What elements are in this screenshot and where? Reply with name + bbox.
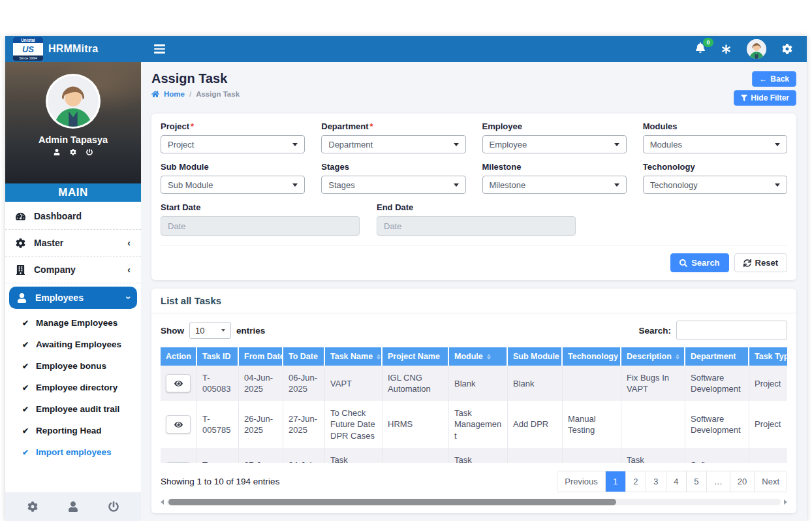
sidebar-item-dashboard[interactable]: Dashboard <box>5 203 141 230</box>
chevron-left-icon: ‹ <box>127 265 131 274</box>
pagination-page-3[interactable]: 3 <box>646 471 666 492</box>
filter-panel: Project* Project Department* Department … <box>151 114 796 280</box>
sidebar-item-master[interactable]: Master ‹ <box>5 230 141 257</box>
employee-select[interactable]: Employee <box>482 135 627 153</box>
col-action[interactable]: Action <box>161 347 197 366</box>
horizontal-scrollbar <box>161 499 787 505</box>
profile-avatar[interactable] <box>46 74 101 129</box>
technology-select[interactable]: Techonology <box>643 176 787 194</box>
sidebar-subitem-reporting-head[interactable]: ✔ Reporting Head <box>5 420 141 441</box>
pagination-page-20[interactable]: 20 <box>730 471 754 492</box>
logo-top-text: Unistal <box>13 37 43 43</box>
sub-module-select[interactable]: Sub Module <box>161 176 305 194</box>
sidebar-subitem-manage-employees[interactable]: ✔ Manage Employees <box>5 312 141 334</box>
asterisk-icon[interactable] <box>721 44 731 54</box>
pagination-page-2[interactable]: 2 <box>625 471 646 492</box>
breadcrumb-separator: / <box>189 90 191 98</box>
cell-department: Software Development <box>685 366 749 401</box>
col-task-type[interactable]: Task Type <box>749 347 787 366</box>
sidebar-subitem-import-employees[interactable]: ✔ Import employees <box>5 441 141 463</box>
hide-filter-button[interactable]: Hide Filter <box>734 90 796 106</box>
end-date-input[interactable] <box>377 216 576 236</box>
footer-power-icon[interactable] <box>108 501 119 512</box>
page-size-select[interactable]: 10 <box>189 322 231 339</box>
check-icon: ✔ <box>22 362 29 370</box>
back-button[interactable]: ← Back <box>752 71 796 87</box>
col-to-date[interactable]: To Date <box>283 347 325 366</box>
cell-technology: PHP <box>563 448 621 463</box>
pagination-previous[interactable]: Previous <box>557 471 605 492</box>
required-marker: * <box>370 121 373 131</box>
sidebar-subitem-awaiting-employees[interactable]: ✔ Awaiting Employees <box>5 334 141 355</box>
pagination-page-5[interactable]: 5 <box>686 471 706 492</box>
pagination-page-1[interactable]: 1 <box>605 471 625 492</box>
col-technology[interactable]: Techonology <box>563 347 621 366</box>
milestone-select[interactable]: Milestone <box>482 176 627 194</box>
start-date-input[interactable] <box>161 216 360 236</box>
profile-user-icon[interactable] <box>54 149 60 155</box>
footer-gear-icon[interactable] <box>27 501 38 512</box>
menu-toggle-icon[interactable] <box>154 44 165 54</box>
profile-power-icon[interactable] <box>86 149 93 155</box>
notification-badge: 0 <box>703 38 713 47</box>
table-search-input[interactable] <box>676 321 787 340</box>
breadcrumb-home-link[interactable]: Home <box>164 90 185 98</box>
modules-select[interactable]: Modules <box>643 135 787 153</box>
col-sub-module[interactable]: Sub Module <box>508 347 563 366</box>
scroll-right-arrow-icon[interactable] <box>784 499 787 505</box>
view-task-button[interactable] <box>166 415 191 434</box>
sort-icon <box>377 354 381 360</box>
cell-project-name: HRMS <box>383 448 449 463</box>
modules-label: Modules <box>643 121 787 131</box>
profile-gear-icon[interactable] <box>70 149 76 155</box>
col-task-id[interactable]: Task ID <box>197 347 239 366</box>
col-department[interactable]: Department <box>685 347 749 366</box>
gear-icon <box>16 238 25 248</box>
table-row: T-005785 26-Jun-2025 27-Jun-2025 To Chec… <box>161 401 787 447</box>
col-description[interactable]: Description <box>621 347 685 366</box>
check-icon: ✔ <box>22 319 29 327</box>
scrollbar-thumb[interactable] <box>168 499 616 505</box>
panel-title: List all Tasks <box>151 289 796 313</box>
settings-gear-icon[interactable] <box>782 44 792 54</box>
footer-user-icon[interactable] <box>68 501 78 512</box>
project-select[interactable]: Project <box>161 135 305 153</box>
table-search-label: Search: <box>638 326 671 336</box>
col-project-name[interactable]: Project Name <box>383 347 449 366</box>
scroll-left-arrow-icon[interactable] <box>161 499 164 505</box>
pagination-ellipsis[interactable]: … <box>706 471 730 492</box>
dashboard-icon <box>16 212 25 221</box>
cell-project-name: HRMS <box>383 401 449 447</box>
col-task-name[interactable]: Task Name <box>325 347 383 366</box>
sidebar-subitem-employee-audit-trail[interactable]: ✔ Employee audit trail <box>5 398 141 420</box>
cell-technology: Manual Testing <box>563 401 621 447</box>
stages-select[interactable]: Stages <box>321 176 465 194</box>
caret-down-icon <box>775 143 780 146</box>
cell-sub-module: Blank <box>508 366 563 401</box>
sidebar-item-employees[interactable]: Employees ‹ <box>9 287 137 309</box>
sidebar-subitem-employee-bonus[interactable]: ✔ Employee bonus <box>5 355 141 377</box>
search-button[interactable]: Search <box>670 253 728 272</box>
scrollbar-track[interactable] <box>167 499 781 505</box>
sidebar-item-company[interactable]: Company ‹ <box>5 257 141 283</box>
pagination-next[interactable]: Next <box>754 471 787 492</box>
reset-button[interactable]: Reset <box>734 253 787 272</box>
cell-to-date: 04-Jul-2025 <box>283 448 325 463</box>
page-title: Assign Task <box>151 71 240 86</box>
sidebar-subitem-employee-directory[interactable]: ✔ Employee directory <box>5 377 141 398</box>
col-from-date[interactable]: From Date <box>239 347 283 366</box>
subitem-label: Employee bonus <box>36 361 106 371</box>
pagination-page-4[interactable]: 4 <box>666 471 686 492</box>
cell-description <box>621 401 685 447</box>
cell-task-id: T-005842 <box>197 448 239 463</box>
check-icon: ✔ <box>22 341 29 349</box>
tasks-table: Action Task ID From Date To Date Task Na… <box>161 347 787 463</box>
view-task-button[interactable] <box>166 374 191 392</box>
brand-area[interactable]: Unistal US Since 1994 HRMMitra <box>5 37 141 61</box>
col-module[interactable]: Module <box>449 347 508 366</box>
user-avatar[interactable] <box>747 39 766 59</box>
sort-icon <box>487 354 491 360</box>
sidebar-item-label: Company <box>34 264 76 275</box>
department-select[interactable]: Department <box>321 135 465 153</box>
notifications-button[interactable]: 0 <box>695 42 706 55</box>
